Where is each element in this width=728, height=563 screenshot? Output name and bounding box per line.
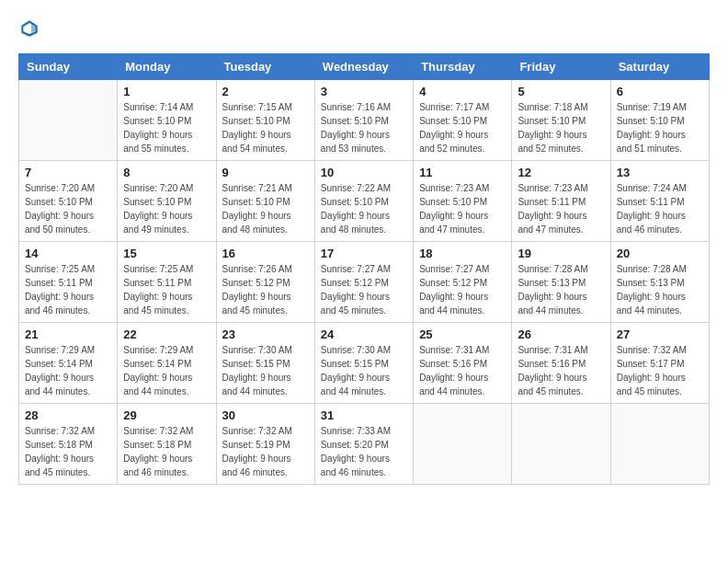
day-number: 30 [222,408,309,422]
logo [18,18,39,39]
day-number: 19 [518,247,604,260]
calendar-cell [512,403,610,484]
day-number: 23 [222,327,309,341]
calendar-week-5: 28Sunrise: 7:32 AMSunset: 5:18 PMDayligh… [19,403,710,484]
day-number: 4 [419,85,506,98]
calendar-header-saturday: Saturday [610,53,709,79]
calendar-header-tuesday: Tuesday [216,53,314,79]
calendar-cell: 7Sunrise: 7:20 AMSunset: 5:10 PMDaylight… [19,160,118,241]
day-info: Sunrise: 7:25 AMSunset: 5:11 PMDaylight:… [123,262,210,317]
day-number: 13 [617,166,703,179]
calendar-cell: 30Sunrise: 7:32 AMSunset: 5:19 PMDayligh… [216,403,314,484]
calendar-header-monday: Monday [118,53,216,79]
day-info: Sunrise: 7:16 AMSunset: 5:10 PMDaylight:… [321,100,407,155]
day-number: 10 [321,166,407,179]
day-number: 1 [123,85,210,98]
calendar-cell: 14Sunrise: 7:25 AMSunset: 5:11 PMDayligh… [19,241,118,322]
day-info: Sunrise: 7:20 AMSunset: 5:10 PMDaylight:… [123,181,210,236]
calendar-header-row: SundayMondayTuesdayWednesdayThursdayFrid… [19,53,710,79]
day-number: 3 [321,85,407,98]
day-info: Sunrise: 7:20 AMSunset: 5:10 PMDaylight:… [25,181,111,236]
calendar-cell: 26Sunrise: 7:31 AMSunset: 5:16 PMDayligh… [512,322,610,403]
calendar-week-4: 21Sunrise: 7:29 AMSunset: 5:14 PMDayligh… [19,322,710,403]
calendar-cell [414,403,512,484]
calendar-cell: 23Sunrise: 7:30 AMSunset: 5:15 PMDayligh… [216,322,314,403]
day-info: Sunrise: 7:28 AMSunset: 5:13 PMDaylight:… [518,262,604,317]
calendar-cell: 2Sunrise: 7:15 AMSunset: 5:10 PMDaylight… [216,79,314,160]
day-number: 5 [518,85,604,98]
day-info: Sunrise: 7:23 AMSunset: 5:10 PMDaylight:… [419,181,506,236]
calendar-cell: 6Sunrise: 7:19 AMSunset: 5:10 PMDaylight… [610,79,709,160]
day-info: Sunrise: 7:24 AMSunset: 5:11 PMDaylight:… [617,181,703,236]
calendar-cell: 1Sunrise: 7:14 AMSunset: 5:10 PMDaylight… [118,79,216,160]
day-info: Sunrise: 7:19 AMSunset: 5:10 PMDaylight:… [617,100,703,155]
calendar-cell: 18Sunrise: 7:27 AMSunset: 5:12 PMDayligh… [414,241,512,322]
calendar-cell: 22Sunrise: 7:29 AMSunset: 5:14 PMDayligh… [118,322,216,403]
calendar-cell: 12Sunrise: 7:23 AMSunset: 5:11 PMDayligh… [512,160,610,241]
day-info: Sunrise: 7:27 AMSunset: 5:12 PMDaylight:… [419,262,506,317]
calendar-cell: 25Sunrise: 7:31 AMSunset: 5:16 PMDayligh… [414,322,512,403]
day-number: 6 [617,85,703,98]
day-info: Sunrise: 7:30 AMSunset: 5:15 PMDaylight:… [222,343,309,398]
day-info: Sunrise: 7:14 AMSunset: 5:10 PMDaylight:… [123,100,210,155]
day-info: Sunrise: 7:31 AMSunset: 5:16 PMDaylight:… [518,343,604,398]
page-header [18,18,710,39]
calendar-cell: 27Sunrise: 7:32 AMSunset: 5:17 PMDayligh… [610,322,709,403]
day-info: Sunrise: 7:17 AMSunset: 5:10 PMDaylight:… [419,100,506,155]
day-info: Sunrise: 7:32 AMSunset: 5:17 PMDaylight:… [617,343,703,398]
day-info: Sunrise: 7:22 AMSunset: 5:10 PMDaylight:… [321,181,407,236]
day-info: Sunrise: 7:32 AMSunset: 5:18 PMDaylight:… [123,424,210,479]
calendar-week-1: 1Sunrise: 7:14 AMSunset: 5:10 PMDaylight… [19,79,710,160]
day-number: 31 [321,408,407,422]
day-number: 21 [25,327,111,341]
calendar-cell: 11Sunrise: 7:23 AMSunset: 5:10 PMDayligh… [414,160,512,241]
calendar-cell: 31Sunrise: 7:33 AMSunset: 5:20 PMDayligh… [314,403,413,484]
day-info: Sunrise: 7:21 AMSunset: 5:10 PMDaylight:… [222,181,309,236]
calendar-header-friday: Friday [512,53,610,79]
day-number: 15 [123,247,210,260]
day-number: 25 [419,327,506,341]
day-info: Sunrise: 7:32 AMSunset: 5:18 PMDaylight:… [25,424,111,479]
day-info: Sunrise: 7:31 AMSunset: 5:16 PMDaylight:… [419,343,506,398]
day-number: 7 [25,166,111,179]
calendar-cell: 19Sunrise: 7:28 AMSunset: 5:13 PMDayligh… [512,241,610,322]
day-number: 12 [518,166,604,179]
day-info: Sunrise: 7:25 AMSunset: 5:11 PMDaylight:… [25,262,111,317]
day-number: 8 [123,166,210,179]
calendar-cell: 29Sunrise: 7:32 AMSunset: 5:18 PMDayligh… [118,403,216,484]
day-number: 28 [25,408,111,422]
day-info: Sunrise: 7:27 AMSunset: 5:12 PMDaylight:… [321,262,407,317]
day-info: Sunrise: 7:18 AMSunset: 5:10 PMDaylight:… [518,100,604,155]
day-info: Sunrise: 7:15 AMSunset: 5:10 PMDaylight:… [222,100,309,155]
day-info: Sunrise: 7:23 AMSunset: 5:11 PMDaylight:… [518,181,604,236]
calendar-table: SundayMondayTuesdayWednesdayThursdayFrid… [18,53,710,485]
calendar-cell: 16Sunrise: 7:26 AMSunset: 5:12 PMDayligh… [216,241,314,322]
day-number: 11 [419,166,506,179]
day-number: 22 [123,327,210,341]
calendar-cell: 4Sunrise: 7:17 AMSunset: 5:10 PMDaylight… [414,79,512,160]
day-number: 20 [617,247,703,260]
day-number: 2 [222,85,309,98]
calendar-week-3: 14Sunrise: 7:25 AMSunset: 5:11 PMDayligh… [19,241,710,322]
calendar-cell: 13Sunrise: 7:24 AMSunset: 5:11 PMDayligh… [610,160,709,241]
day-info: Sunrise: 7:32 AMSunset: 5:19 PMDaylight:… [222,424,309,479]
calendar-header-thursday: Thursday [414,53,512,79]
calendar-cell: 3Sunrise: 7:16 AMSunset: 5:10 PMDaylight… [314,79,413,160]
calendar-cell: 8Sunrise: 7:20 AMSunset: 5:10 PMDaylight… [118,160,216,241]
calendar-cell [19,79,118,160]
day-number: 26 [518,327,604,341]
day-number: 16 [222,247,309,260]
calendar-cell: 24Sunrise: 7:30 AMSunset: 5:15 PMDayligh… [314,322,413,403]
calendar-cell: 17Sunrise: 7:27 AMSunset: 5:12 PMDayligh… [314,241,413,322]
day-info: Sunrise: 7:33 AMSunset: 5:20 PMDaylight:… [321,424,407,479]
calendar-cell: 28Sunrise: 7:32 AMSunset: 5:18 PMDayligh… [19,403,118,484]
day-info: Sunrise: 7:29 AMSunset: 5:14 PMDaylight:… [25,343,111,398]
calendar-cell: 20Sunrise: 7:28 AMSunset: 5:13 PMDayligh… [610,241,709,322]
calendar-cell: 21Sunrise: 7:29 AMSunset: 5:14 PMDayligh… [19,322,118,403]
calendar-cell [610,403,709,484]
calendar-cell: 10Sunrise: 7:22 AMSunset: 5:10 PMDayligh… [314,160,413,241]
day-number: 17 [321,247,407,260]
day-number: 14 [25,247,111,260]
calendar-cell: 15Sunrise: 7:25 AMSunset: 5:11 PMDayligh… [118,241,216,322]
day-number: 24 [321,327,407,341]
